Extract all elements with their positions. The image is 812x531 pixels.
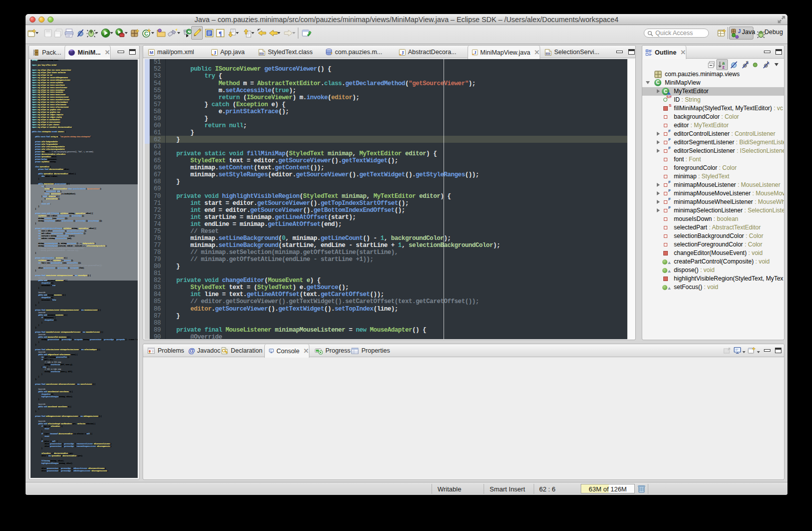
svg-text:010: 010 <box>259 53 264 55</box>
svg-text:C: C <box>144 31 148 37</box>
svg-text:M: M <box>150 50 154 55</box>
svg-text:J: J <box>213 50 216 55</box>
svg-text:J: J <box>474 50 477 55</box>
svg-text:J: J <box>401 50 403 55</box>
svg-text:J: J <box>738 29 741 34</box>
svg-text:010: 010 <box>546 53 550 55</box>
svg-text:¶: ¶ <box>219 30 222 37</box>
